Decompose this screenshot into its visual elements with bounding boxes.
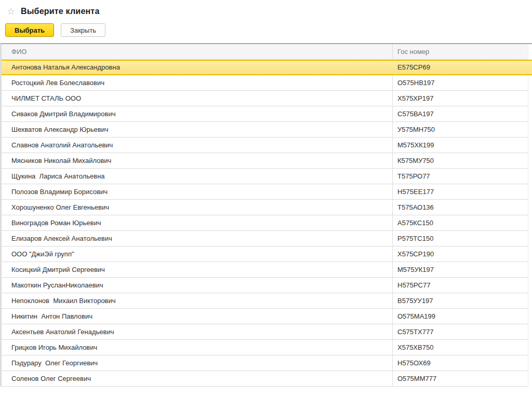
table-row[interactable]: Сиваков Дмитрий Владимирович С575ВА197 [2,106,532,122]
table-body: Антонова Наталья Александровна Е575СР69 … [2,60,532,387]
toolbar: Выбрать Закрыть [0,18,532,37]
plate-number-cell: О575ММ777 [392,371,528,387]
scrollbar-gutter [528,122,532,138]
table-row[interactable]: Шехватов Александр Юрьевич У575МН750 [2,122,532,138]
client-name-cell: Мясников Николай Михайлович [2,153,392,169]
plate-number-cell: Х575СР190 [392,246,528,262]
table-row[interactable]: Пэдурару Олег Георгиевич Н575ОХ69 [2,355,532,371]
table-row[interactable]: Елизаров Алексей Анатольевич Р575ТС150 [2,231,532,246]
table-row[interactable]: Мясников Николай Михайлович К575МУ750 [2,153,532,169]
plate-number-cell: А575КС150 [392,215,528,231]
table-row[interactable]: Никитин Антон Павлович О575МА199 [2,309,532,324]
client-name-cell: Полозов Владимир Борисович [2,184,392,200]
plate-number-cell: У575МН750 [392,122,528,138]
table-row[interactable]: Ростоцкий Лев Болеславович О575НВ197 [2,75,532,91]
client-name-cell: Славнов Анатолий Анатольевич [2,138,392,153]
client-name-cell: Виноградов Роман Юрьевич [2,215,392,231]
table-row[interactable]: Соленов Олег Сергеевич О575ММ777 [2,371,532,387]
scrollbar-gutter [528,215,532,231]
plate-number-cell: В575УУ197 [392,293,528,309]
table-row[interactable]: Грицков Игорь Михайлович Х575ХВ750 [2,340,532,355]
clients-table: ФИО Гос номер Антонова Наталья Александр… [0,43,532,387]
scrollbar-gutter [528,75,532,91]
table-row[interactable]: Хорошуненко Олег Евгеньевич Т575АО136 [2,200,532,215]
plate-number-cell: Н575ЕЕ177 [392,184,528,200]
plate-number-cell: Р575ТС150 [392,231,528,246]
client-name-cell: Аксентьев Анатолий Генадьевич [2,324,392,340]
scrollbar-gutter [528,44,532,60]
plate-number-cell: С575ТХ777 [392,324,528,340]
favorite-star-icon[interactable]: ☆ [7,7,21,16]
scrollbar-gutter [528,262,532,278]
client-name-cell: Шехватов Александр Юрьевич [2,122,392,138]
table-row[interactable]: Антонова Наталья Александровна Е575СР69 [2,60,532,75]
table-row[interactable]: Славнов Анатолий Анатольевич М575ХК199 [2,138,532,153]
scrollbar-gutter [528,324,532,340]
table-row[interactable]: Полозов Владимир Борисович Н575ЕЕ177 [2,184,532,200]
table-row[interactable]: Непоклонов Михаил Викторович В575УУ197 [2,293,532,309]
scrollbar-gutter [528,200,532,215]
scrollbar-gutter [528,169,532,184]
client-name-cell: Антонова Наталья Александровна [2,61,392,74]
plate-number-cell: М575ХК199 [392,138,528,153]
plate-number-cell: О575МА199 [392,309,528,324]
client-name-cell: Елизаров Алексей Анатольевич [2,231,392,246]
client-name-cell: Макоткин РусланНиколаевич [2,278,392,293]
table-row[interactable]: Косицкий Дмитрий Сергеевич М575УК197 [2,262,532,278]
scrollbar-gutter [528,246,532,262]
table-row[interactable]: Виноградов Роман Юрьевич А575КС150 [2,215,532,231]
client-name-cell: Соленов Олег Сергеевич [2,371,392,387]
scrollbar-gutter [528,309,532,324]
scrollbar-gutter [528,355,532,371]
plate-number-cell: Е575СР69 [392,61,528,74]
scrollbar-gutter [528,293,532,309]
scrollbar-gutter [528,278,532,293]
plate-number-cell: Х575ХР197 [392,91,528,106]
client-name-cell: ООО "ДжиЭй групп" [2,246,392,262]
plate-number-cell: М575УК197 [392,262,528,278]
table-row[interactable]: Щукина Лариса Анатольевна Т575РО77 [2,169,532,184]
select-button[interactable]: Выбрать [5,23,54,37]
client-name-cell: Ростоцкий Лев Болеславович [2,75,392,91]
scrollbar-gutter [528,153,532,169]
plate-number-cell: Х575ХВ750 [392,340,528,355]
table-row[interactable]: Макоткин РусланНиколаевич Н575РС77 [2,278,532,293]
plate-number-cell: О575НВ197 [392,75,528,91]
plate-number-cell: Т575РО77 [392,169,528,184]
plate-number-cell: С575ВА197 [392,106,528,122]
scrollbar-gutter [528,106,532,122]
window-titlebar: ☆ Выберите клиента [0,0,532,18]
client-name-cell: Щукина Лариса Анатольевна [2,169,392,184]
table-row[interactable]: ООО "ДжиЭй групп" Х575СР190 [2,246,532,262]
table-row[interactable]: ЧИЛМЕТ СТАЛЬ ООО Х575ХР197 [2,91,532,106]
client-name-cell: Непоклонов Михаил Викторович [2,293,392,309]
client-name-cell: Сиваков Дмитрий Владимирович [2,106,392,122]
scrollbar-gutter [528,138,532,153]
scrollbar-gutter [528,61,532,74]
client-name-cell: Пэдурару Олег Георгиевич [2,355,392,371]
client-name-cell: Косицкий Дмитрий Сергеевич [2,262,392,278]
client-name-cell: Хорошуненко Олег Евгеньевич [2,200,392,215]
plate-number-cell: Т575АО136 [392,200,528,215]
client-name-cell: ЧИЛМЕТ СТАЛЬ ООО [2,91,392,106]
table-header-row: ФИО Гос номер [2,44,532,60]
scrollbar-gutter [528,91,532,106]
scrollbar-gutter [528,340,532,355]
column-header-fio[interactable]: ФИО [2,44,392,60]
table-row[interactable]: Аксентьев Анатолий Генадьевич С575ТХ777 [2,324,532,340]
plate-number-cell: Н575ОХ69 [392,355,528,371]
scrollbar-gutter [528,371,532,387]
client-picker-window: ☆ Выберите клиента Выбрать Закрыть ФИО Г… [0,0,532,398]
window-title: Выберите клиента [21,7,100,16]
column-header-plate[interactable]: Гос номер [392,44,528,60]
client-name-cell: Никитин Антон Павлович [2,309,392,324]
plate-number-cell: К575МУ750 [392,153,528,169]
client-name-cell: Грицков Игорь Михайлович [2,340,392,355]
scrollbar-gutter [528,231,532,246]
scrollbar-gutter [528,184,532,200]
close-button[interactable]: Закрыть [61,23,105,37]
plate-number-cell: Н575РС77 [392,278,528,293]
